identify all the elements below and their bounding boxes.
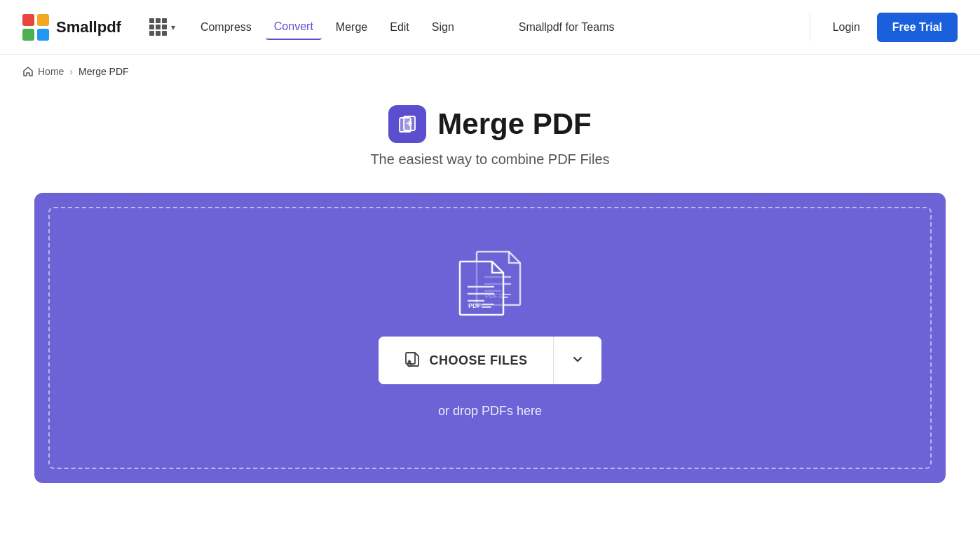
- main-nav: Compress Convert Merge Edit Sign Smallpd…: [192, 15, 798, 40]
- file-upload-icon: [404, 351, 421, 371]
- svg-rect-1: [37, 14, 49, 26]
- nav-convert[interactable]: Convert: [266, 15, 322, 40]
- apps-menu[interactable]: ▾: [149, 18, 175, 36]
- page-title-area: Merge PDF: [388, 105, 591, 143]
- choose-files-container: CHOOSE FILES: [379, 337, 601, 384]
- login-link[interactable]: Login: [822, 15, 871, 39]
- nav-compress[interactable]: Compress: [192, 15, 260, 39]
- pdf-front-page-icon: PDF: [458, 260, 505, 316]
- nav-sign[interactable]: Sign: [423, 15, 463, 39]
- nav-edit[interactable]: Edit: [381, 15, 418, 39]
- home-icon: [22, 66, 34, 77]
- breadcrumb: Home › Merge PDF: [0, 55, 980, 88]
- svg-rect-21: [406, 353, 415, 364]
- main-content: Merge PDF The easiest way to combine PDF…: [0, 88, 980, 511]
- page-title: Merge PDF: [437, 107, 591, 141]
- breadcrumb-separator: ›: [69, 66, 73, 77]
- svg-text:PDF: PDF: [468, 302, 482, 309]
- breadcrumb-current: Merge PDF: [79, 66, 129, 77]
- merge-icon-badge: [388, 105, 426, 143]
- svg-rect-2: [22, 29, 34, 41]
- free-trial-button[interactable]: Free Trial: [877, 13, 958, 42]
- page-subtitle: The easiest way to combine PDF Files: [370, 151, 609, 168]
- drop-text: or drop PDFs here: [438, 404, 542, 419]
- header-divider: [810, 13, 810, 41]
- apps-chevron-icon: ▾: [171, 22, 175, 32]
- main-header: Smallpdf ▾ Compress Convert Merge Edit S…: [0, 0, 980, 55]
- pdf-illustration: PDF PDF: [458, 250, 522, 317]
- grid-dots-icon: [149, 18, 167, 36]
- choose-files-dropdown-button[interactable]: [554, 337, 601, 384]
- logo-link[interactable]: Smallpdf: [22, 14, 121, 41]
- drop-zone-outer: PDF PDF: [34, 193, 946, 483]
- logo-text: Smallpdf: [56, 18, 121, 36]
- logo-icon: [22, 14, 49, 41]
- nav-merge[interactable]: Merge: [327, 15, 376, 39]
- choose-files-label: CHOOSE FILES: [429, 353, 527, 368]
- breadcrumb-home-link[interactable]: Home: [22, 66, 64, 77]
- svg-rect-0: [22, 14, 34, 26]
- merge-pdf-icon: [396, 113, 418, 135]
- drop-zone[interactable]: PDF PDF: [48, 207, 932, 469]
- svg-rect-3: [37, 29, 49, 41]
- nav-teams[interactable]: Smallpdf for Teams: [510, 15, 623, 39]
- choose-files-button[interactable]: CHOOSE FILES: [379, 337, 553, 384]
- chevron-down-icon: [571, 352, 585, 369]
